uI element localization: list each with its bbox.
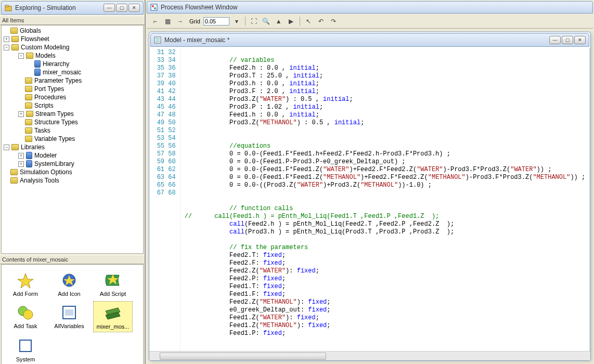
- code-editor[interactable]: 31 32 33 34 35 36 37 38 39 40 41 42 43 4…: [149, 48, 590, 351]
- tree-structure-types[interactable]: Structure Types: [17, 118, 143, 126]
- code-content[interactable]: // variables Feed2.h : 0.0 , initial; Pr…: [180, 48, 590, 351]
- undo-icon[interactable]: ↶: [316, 16, 326, 27]
- explorer-title: Exploring - Simulation: [15, 4, 100, 11]
- tree-variable-types[interactable]: Variable Types: [17, 135, 143, 143]
- flowsheet-titlebar: Process Flowsheet Window: [147, 1, 593, 14]
- redo-icon[interactable]: ↷: [328, 16, 339, 27]
- explorer-icon: [5, 4, 12, 11]
- tree-custom-modeling[interactable]: Custom Modeling: [3, 43, 143, 51]
- add-form-icon: [15, 271, 36, 290]
- zoom-fit-icon[interactable]: ⛶: [249, 16, 259, 27]
- minimize-button[interactable]: —: [104, 4, 115, 12]
- model-icon: [154, 36, 161, 44]
- tree-libraries[interactable]: Libraries: [3, 143, 143, 151]
- maximize-button[interactable]: ▢: [562, 36, 573, 44]
- flip-v-icon[interactable]: ▶: [286, 16, 296, 27]
- model-editor-window: Model - mixer_mosaic * — ▢ ✕ 31 32 33 34…: [149, 32, 591, 361]
- mixer-mosaic-icon: [102, 304, 123, 322]
- minimize-button[interactable]: —: [549, 36, 561, 44]
- item-all-variables[interactable]: AllVariables: [49, 301, 89, 332]
- tree-tasks[interactable]: Tasks: [17, 126, 143, 135]
- folder-icon: [26, 111, 33, 117]
- close-button[interactable]: ✕: [574, 36, 586, 44]
- grid-label: Grid: [189, 18, 200, 24]
- tool-grid-icon[interactable]: ▦: [162, 16, 173, 27]
- svg-rect-12: [20, 340, 31, 352]
- tree-analysis-tools[interactable]: Analysis Tools: [3, 176, 143, 185]
- contents-body: Add Form Add Icon Add Script Add Task Al…: [1, 264, 144, 364]
- svg-point-15: [154, 7, 156, 9]
- line-gutter: 31 32 33 34 35 36 37 38 39 40 41 42 43 4…: [149, 48, 180, 351]
- tree-mixer-mosaic[interactable]: mixer_mosaic: [27, 68, 143, 76]
- folder-icon: [10, 28, 18, 34]
- add-icon-icon: [59, 271, 80, 290]
- folder-icon: [26, 53, 33, 59]
- svg-rect-9: [65, 309, 73, 316]
- grid-size-combo[interactable]: [203, 17, 229, 25]
- flip-h-icon[interactable]: ▲: [274, 16, 284, 27]
- library-icon: [26, 160, 32, 167]
- svg-point-14: [152, 5, 154, 7]
- folder-icon: [11, 44, 19, 50]
- svg-marker-2: [18, 274, 33, 288]
- explorer-titlebar: Exploring - Simulation — ▢ ✕: [1, 1, 144, 15]
- item-add-task[interactable]: Add Task: [6, 301, 45, 332]
- toolbar-separator: [245, 17, 246, 26]
- system-icon: [15, 336, 36, 355]
- item-add-script[interactable]: Add Script: [93, 269, 133, 299]
- tool-corner-icon[interactable]: ⌐: [150, 16, 160, 27]
- model-icon: [34, 69, 41, 76]
- folder-icon: [11, 36, 19, 42]
- svg-rect-13: [151, 4, 157, 10]
- folder-icon: [25, 119, 32, 125]
- vertical-scrollbar[interactable]: [589, 48, 590, 351]
- dropdown-icon[interactable]: ▾: [231, 16, 242, 27]
- flowsheet-icon: [150, 4, 158, 11]
- tree-hierarchy[interactable]: Hierarchy: [27, 60, 143, 68]
- zoom-in-icon[interactable]: 🔍: [261, 16, 272, 27]
- add-task-icon: [15, 303, 36, 322]
- folder-icon: [10, 169, 18, 175]
- tree-modeler[interactable]: Modeler: [17, 151, 143, 160]
- tree-models[interactable]: Models: [17, 51, 143, 60]
- item-mixer-mosaic[interactable]: mixer_mos...: [93, 301, 133, 332]
- tree-port-types[interactable]: Port Types: [17, 85, 143, 93]
- close-button[interactable]: ✕: [128, 4, 140, 12]
- item-system[interactable]: System: [6, 334, 45, 364]
- all-items-header: All Items: [0, 16, 145, 25]
- toolbar-separator: [300, 17, 300, 26]
- contents-header: Contents of mixer_mosaic: [0, 255, 145, 264]
- explorer-pane: Exploring - Simulation — ▢ ✕ All Items G…: [0, 0, 146, 364]
- tree-stream-types[interactable]: Stream Types: [17, 110, 143, 118]
- folder-icon: [10, 177, 18, 184]
- tree-system-library[interactable]: SystemLibrary: [17, 160, 143, 168]
- tree-procedures[interactable]: Procedures: [17, 93, 143, 101]
- pointer-icon[interactable]: ↖: [303, 16, 314, 27]
- flowsheet-toolbar: ⌐ ▦ → Grid ▾ ⛶ 🔍 ▲ ▶ ↖ ↶ ↷: [147, 15, 593, 29]
- svg-rect-1: [5, 5, 8, 7]
- folder-icon: [25, 102, 32, 109]
- tree-parameter-types[interactable]: Parameter Types: [17, 76, 143, 85]
- tree-flowsheet[interactable]: Flowsheet: [3, 35, 143, 43]
- library-icon: [26, 152, 32, 159]
- tree-globals[interactable]: Globals: [3, 27, 143, 35]
- horizontal-scrollbar[interactable]: [149, 351, 590, 360]
- svg-point-7: [23, 310, 33, 319]
- folder-icon: [11, 144, 19, 150]
- folder-icon: [25, 77, 32, 84]
- tool-arrow-icon[interactable]: →: [175, 16, 185, 27]
- item-add-form[interactable]: Add Form: [6, 269, 45, 299]
- maximize-button[interactable]: ▢: [116, 4, 127, 12]
- explorer-tree[interactable]: Globals Flowsheet Custom Modeling Models…: [1, 25, 144, 254]
- model-title: Model - mixer_mosaic *: [164, 36, 546, 44]
- flowsheet-pane: Process Flowsheet Window ⌐ ▦ → Grid ▾ ⛶ …: [146, 0, 594, 364]
- model-titlebar: Model - mixer_mosaic * — ▢ ✕: [150, 33, 589, 47]
- scrollbar-thumb[interactable]: [160, 353, 326, 360]
- flowsheet-title: Process Flowsheet Window: [161, 4, 589, 11]
- tree-simulation-options[interactable]: Simulation Options: [3, 168, 143, 176]
- item-add-icon[interactable]: Add Icon: [49, 269, 89, 299]
- tree-scripts[interactable]: Scripts: [17, 101, 143, 110]
- contents-panel: Contents of mixer_mosaic Add Form Add Ic…: [0, 255, 145, 364]
- folder-icon: [25, 127, 32, 134]
- model-icon: [34, 60, 41, 68]
